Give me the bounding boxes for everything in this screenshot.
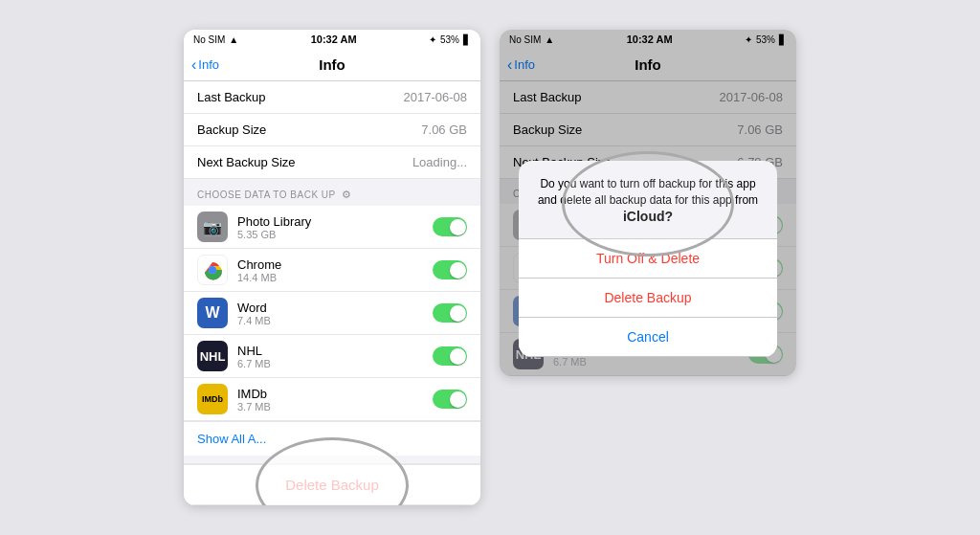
- turn-off-delete-label: Turn Off & Delete: [596, 251, 700, 266]
- imdb-icon-left: IMDb: [197, 384, 228, 414]
- nhl-icon-left: NHL: [197, 341, 228, 371]
- alert-actions-right: Turn Off & Delete Delete Backup Cancel: [519, 238, 777, 357]
- battery-icon-left: ▋: [463, 34, 471, 45]
- delete-backup-text-left: Delete Backup: [285, 477, 379, 493]
- spacer-left: [184, 456, 480, 463]
- alert-message-right: Do you want to turn off backup for this …: [519, 161, 777, 238]
- alert-title-right: iCloud?: [534, 208, 762, 227]
- last-backup-row-left: Last Backup 2017-06-08: [184, 81, 480, 114]
- imdb-size-left: 3.7 MB: [237, 401, 433, 412]
- app-row-imdb-left: IMDb IMDb 3.7 MB: [184, 378, 480, 421]
- next-backup-row-left: Next Backup Size Loading...: [184, 146, 480, 179]
- nhl-toggle-left[interactable]: [433, 346, 467, 366]
- show-all-left[interactable]: Show All A...: [184, 421, 480, 456]
- show-all-text-left: Show All A...: [197, 432, 266, 446]
- word-icon-left: W: [197, 298, 228, 328]
- cancel-button-right[interactable]: Cancel: [519, 318, 777, 357]
- bt-icon-left: ✦: [429, 34, 436, 45]
- nhl-name-left: NHL: [237, 344, 433, 358]
- battery-left: 53%: [440, 34, 459, 45]
- left-nav-bar: ‹ Info Info: [184, 49, 480, 81]
- right-status-left: ✦ 53% ▋: [429, 34, 471, 45]
- right-phone: No SIM ▲ 10:32 AM ✦ 53% ▋ ‹ Info Info La…: [500, 30, 796, 376]
- last-backup-value-left: 2017-06-08: [404, 90, 468, 104]
- back-label-left: Info: [198, 57, 219, 72]
- left-info-section: Last Backup 2017-06-08 Backup Size 7.06 …: [184, 81, 480, 179]
- word-letter-left: W: [205, 304, 219, 322]
- chrome-info-left: Chrome 14.4 MB: [237, 257, 433, 283]
- backup-size-label-left: Backup Size: [197, 123, 266, 137]
- back-button-left[interactable]: ‹ Info: [191, 56, 219, 74]
- nav-title-left: Info: [319, 56, 345, 73]
- app-list-left: 📷 Photo Library 5.35 GB: [184, 206, 480, 421]
- app-row-nhl-left: NHL NHL 6.7 MB: [184, 335, 480, 378]
- alert-overlay-right: Do you want to turn off backup for this …: [500, 30, 796, 376]
- section-header-left: CHOOSE DATA TO BACK UP ⚙: [184, 179, 480, 206]
- cancel-label-right: Cancel: [627, 329, 669, 345]
- chrome-svg-left: [200, 257, 225, 282]
- word-size-left: 7.4 MB: [237, 315, 433, 326]
- last-backup-label-left: Last Backup: [197, 90, 266, 104]
- imdb-name-left: IMDb: [237, 387, 433, 401]
- backup-size-value-left: 7.06 GB: [421, 123, 467, 137]
- delete-backup-button-right[interactable]: Delete Backup: [519, 279, 777, 318]
- nhl-size-left: 6.7 MB: [237, 358, 433, 369]
- wifi-icon-left: ▲: [229, 34, 238, 45]
- photo-size-left: 5.35 GB: [237, 229, 433, 240]
- photo-icon-left: 📷: [197, 212, 228, 242]
- alert-with-circle: Do you want to turn off backup for this …: [519, 161, 777, 357]
- nhl-info-left: NHL 6.7 MB: [237, 344, 433, 369]
- word-toggle-left[interactable]: [433, 303, 467, 323]
- delete-backup-section-left: Delete Backup: [184, 463, 480, 505]
- left-phone: No SIM ▲ 10:32 AM ✦ 53% ▋ ‹ Info Info La…: [184, 30, 480, 505]
- delete-backup-label-right: Delete Backup: [604, 290, 691, 305]
- app-row-word-left: W Word 7.4 MB: [184, 292, 480, 335]
- imdb-toggle-left[interactable]: [433, 390, 467, 409]
- backup-size-row-left: Backup Size 7.06 GB: [184, 114, 480, 146]
- chrome-icon-left: [197, 255, 228, 285]
- chrome-name-left: Chrome: [237, 257, 433, 272]
- turn-off-delete-button[interactable]: Turn Off & Delete: [519, 239, 777, 279]
- svg-point-2: [209, 266, 216, 274]
- imdb-symbol-left: IMDb: [202, 394, 223, 404]
- left-status-left: No SIM ▲: [193, 34, 238, 45]
- imdb-info-left: IMDb 3.7 MB: [237, 387, 433, 412]
- chevron-left-icon: ‹: [191, 56, 196, 74]
- photo-info-left: Photo Library 5.35 GB: [237, 214, 433, 240]
- app-row-chrome-left: Chrome 14.4 MB: [184, 249, 480, 292]
- gear-icon-left: ⚙: [342, 189, 352, 201]
- photo-toggle-left[interactable]: [433, 217, 467, 236]
- chrome-toggle-left[interactable]: [433, 260, 467, 279]
- left-status-bar: No SIM ▲ 10:32 AM ✦ 53% ▋: [184, 30, 480, 49]
- chrome-size-left: 14.4 MB: [237, 272, 433, 283]
- app-row-photo-left: 📷 Photo Library 5.35 GB: [184, 206, 480, 249]
- camera-icon-left: 📷: [203, 218, 222, 236]
- nhl-symbol-left: NHL: [200, 349, 226, 364]
- section-header-text-left: CHOOSE DATA TO BACK UP: [197, 189, 336, 200]
- main-container: No SIM ▲ 10:32 AM ✦ 53% ▋ ‹ Info Info La…: [165, 11, 815, 524]
- next-backup-value-left: Loading...: [412, 155, 467, 169]
- carrier-left: No SIM: [193, 34, 225, 45]
- alert-box-right: Do you want to turn off backup for this …: [519, 161, 777, 357]
- delete-backup-row-left[interactable]: Delete Backup: [184, 464, 480, 505]
- time-left: 10:32 AM: [311, 33, 357, 45]
- photo-name-left: Photo Library: [237, 214, 433, 229]
- next-backup-label-left: Next Backup Size: [197, 155, 296, 169]
- word-info-left: Word 7.4 MB: [237, 301, 433, 326]
- word-name-left: Word: [237, 301, 433, 315]
- alert-message-text-right: Do you want to turn off backup for this …: [538, 177, 758, 207]
